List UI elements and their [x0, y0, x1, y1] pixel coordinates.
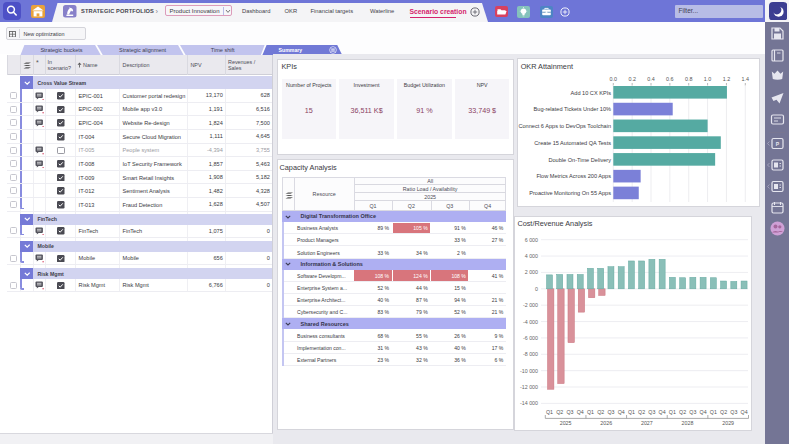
svg-text:4 000: 4 000 — [525, 253, 538, 259]
svg-text:2 000: 2 000 — [525, 270, 538, 276]
svg-text:Q3: Q3 — [607, 410, 614, 416]
svg-text:Q3: Q3 — [566, 410, 573, 416]
svg-text:1.4: 1.4 — [742, 76, 750, 82]
svg-text:0.6: 0.6 — [666, 76, 674, 82]
svg-text:2026: 2026 — [600, 420, 612, 426]
svg-text:0.4: 0.4 — [647, 76, 655, 82]
svg-text:0.8: 0.8 — [685, 76, 693, 82]
svg-text:6 000: 6 000 — [525, 237, 538, 243]
svg-text:-8 000: -8 000 — [523, 352, 538, 358]
svg-text:-14 000: -14 000 — [520, 401, 538, 407]
svg-text:Q3: Q3 — [648, 410, 655, 416]
svg-text:Q4: Q4 — [577, 410, 584, 416]
svg-text:Connect 6 Apps to DevOps Toolc: Connect 6 Apps to DevOps Toolchain — [518, 123, 611, 129]
svg-text:-2 000: -2 000 — [523, 302, 538, 308]
svg-text:Q4: Q4 — [700, 410, 707, 416]
svg-text:0: 0 — [535, 286, 538, 292]
svg-text:Q2: Q2 — [597, 410, 604, 416]
svg-text:Proactive Monitoring On 55 App: Proactive Monitoring On 55 Apps — [529, 191, 611, 197]
svg-text:-12 000: -12 000 — [520, 384, 538, 390]
svg-text:Q3: Q3 — [689, 410, 696, 416]
svg-text:Q1: Q1 — [587, 410, 594, 416]
svg-text:P: P — [776, 141, 780, 147]
svg-text:Q4: Q4 — [659, 410, 666, 416]
svg-text:-10 000: -10 000 — [520, 368, 538, 374]
svg-text:2029: 2029 — [722, 420, 734, 426]
svg-text:2025: 2025 — [560, 420, 572, 426]
svg-text:Q1: Q1 — [669, 410, 676, 416]
svg-text:Q2: Q2 — [556, 410, 563, 416]
svg-text:Flow Metrics Across 200 Apps: Flow Metrics Across 200 Apps — [536, 174, 611, 180]
svg-text:0.2: 0.2 — [628, 76, 636, 82]
svg-text:-6 000: -6 000 — [523, 335, 538, 341]
svg-text:-4 000: -4 000 — [523, 319, 538, 325]
svg-text:1.2: 1.2 — [723, 76, 731, 82]
svg-text:Create 15 Automated QA Tests: Create 15 Automated QA Tests — [534, 140, 611, 146]
svg-text:Q4: Q4 — [618, 410, 625, 416]
svg-text:Q2: Q2 — [720, 410, 727, 416]
svg-text:1.0: 1.0 — [704, 76, 712, 82]
svg-text:Q3: Q3 — [730, 410, 737, 416]
svg-text:2027: 2027 — [641, 420, 653, 426]
svg-text:Bug-related Tickets Under 10%: Bug-related Tickets Under 10% — [534, 107, 611, 113]
svg-text:Q1: Q1 — [710, 410, 717, 416]
svg-text:Q2: Q2 — [638, 410, 645, 416]
svg-text:Q1: Q1 — [546, 410, 553, 416]
svg-text:Add 10 CX KPIs: Add 10 CX KPIs — [571, 90, 612, 96]
svg-text:Q1: Q1 — [628, 410, 635, 416]
svg-text:2028: 2028 — [682, 420, 694, 426]
svg-text:Q4: Q4 — [741, 410, 748, 416]
svg-text:Double On-Time Delivery: Double On-Time Delivery — [548, 157, 611, 163]
svg-text:Q2: Q2 — [679, 410, 686, 416]
svg-text:0.0: 0.0 — [610, 76, 618, 82]
